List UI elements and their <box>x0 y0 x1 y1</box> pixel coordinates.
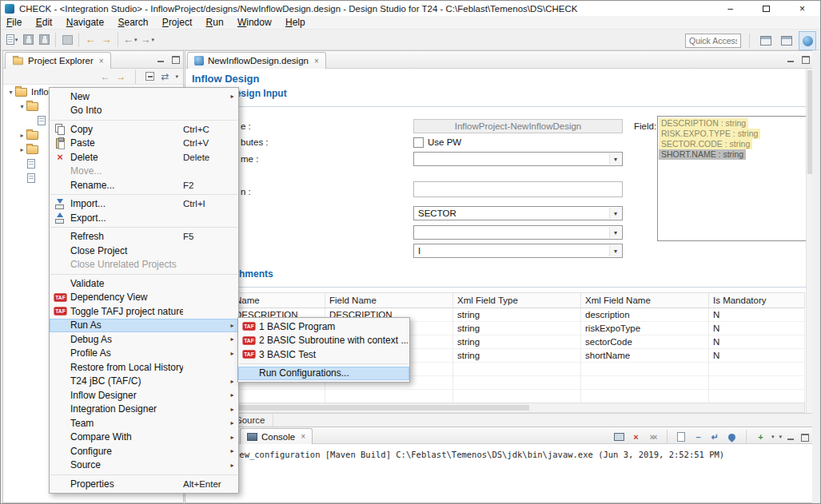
table-cell[interactable]: string <box>453 308 581 322</box>
context-menu-item-validate[interactable]: Validate <box>50 276 238 291</box>
forward-history-button[interactable]: →▾ <box>139 31 157 49</box>
design-name-field[interactable]: InflowProject-NewInflowDesign <box>413 119 623 133</box>
table-horizontal-scrollbar[interactable] <box>191 403 805 413</box>
table-header-is-mandatory[interactable]: Is Mandatory <box>709 293 805 308</box>
word-wrap-button[interactable]: ↵ <box>709 431 721 442</box>
maximize-view-button[interactable] <box>171 55 180 63</box>
remove-all-terminated-button[interactable]: ×× <box>647 431 659 442</box>
display-selected-console-button[interactable] <box>613 431 625 442</box>
menu-edit[interactable]: Edit <box>30 16 58 29</box>
scroll-lock-button[interactable]: – <box>692 431 704 442</box>
context-menu-item-integration-designer[interactable]: Integration Designer▸ <box>50 403 238 417</box>
open-perspective-button[interactable] <box>758 32 774 50</box>
table-cell[interactable]: N <box>709 335 805 349</box>
menu-search[interactable]: Search <box>112 16 153 29</box>
table-cell[interactable]: string <box>453 322 581 335</box>
context-menu-item-go-into[interactable]: Go Into <box>50 104 238 118</box>
field-list[interactable]: DESCRIPTION : string RISK.EXPO.TYPE : st… <box>657 116 807 241</box>
open-console-menu-button[interactable]: ▾ <box>771 434 775 440</box>
combo-field-1[interactable]: ▾ <box>413 152 623 166</box>
context-menu-item-close-project[interactable]: Close Project <box>50 244 238 258</box>
table-header-name[interactable]: Name <box>231 293 325 308</box>
console-view-menu-button[interactable]: ▾ <box>779 434 782 440</box>
save-button[interactable] <box>20 31 36 49</box>
maximize-view-button[interactable] <box>800 433 809 441</box>
context-menu-item-new[interactable]: New▸ <box>50 89 238 104</box>
minimize-view-button[interactable] <box>787 433 795 441</box>
context-menu-item-compare-with[interactable]: Compare With▸ <box>50 431 238 445</box>
remove-launch-button[interactable]: × <box>630 431 642 442</box>
clear-console-button[interactable] <box>676 431 687 442</box>
maximize-button[interactable] <box>748 1 784 16</box>
print-button[interactable] <box>59 31 75 49</box>
tab-project-explorer[interactable]: Project Explorer × <box>5 52 111 69</box>
table-header-xml-field-type[interactable]: Xml Field Type <box>453 293 581 308</box>
table-cell[interactable]: shortName <box>581 349 709 363</box>
context-menu-item-delete[interactable]: ×DeleteDelete <box>50 150 238 165</box>
context-menu-item-paste[interactable]: PasteCtrl+V <box>50 137 238 151</box>
context-menu-item-source[interactable]: Source▸ <box>50 458 238 473</box>
view-menu-button[interactable]: ▾ <box>175 73 178 80</box>
table-cell[interactable]: riskExpoType <box>581 322 709 335</box>
menu-help[interactable]: Help <box>280 16 311 29</box>
tree-expanded-icon[interactable]: ▾ <box>18 103 26 110</box>
maximize-view-button[interactable] <box>801 55 810 63</box>
context-menu-item-dependency-view[interactable]: TAFDependency View <box>50 291 238 305</box>
table-cell[interactable]: string <box>453 335 581 349</box>
context-menu-item-restore-from-local-history[interactable]: Restore from Local History... <box>50 360 238 375</box>
link-with-editor-button[interactable]: ⇄ <box>161 71 169 82</box>
run-configurations-item[interactable]: Run Configurations... <box>238 367 409 381</box>
open-console-button[interactable]: + <box>755 431 767 442</box>
field-list-item[interactable]: DESCRIPTION : string <box>659 118 748 129</box>
use-pw-checkbox[interactable] <box>413 137 424 148</box>
tab-console[interactable]: Console × <box>240 428 313 444</box>
table-cell[interactable]: N <box>709 322 805 335</box>
tree-collapsed-icon[interactable]: ▸ <box>18 146 26 153</box>
minimize-view-button[interactable] <box>157 55 165 63</box>
context-menu-item-run-as[interactable]: Run As▸ <box>50 319 238 333</box>
minimize-view-button[interactable] <box>787 55 795 63</box>
combo-arrow-icon[interactable]: ▾ <box>609 153 621 165</box>
menu-file[interactable]: File <box>1 16 27 29</box>
field-list-item[interactable]: SECTOR.CODE : string <box>659 139 752 149</box>
table-header-field-name[interactable]: Field Name <box>325 293 453 308</box>
sector-combo[interactable]: SECTOR▾ <box>413 206 623 220</box>
close-icon[interactable]: × <box>301 432 305 441</box>
context-menu-item-properties[interactable]: PropertiesAlt+Enter <box>50 477 238 491</box>
tab-newinflowdesign[interactable]: NewInflowDesign.design × <box>187 52 326 69</box>
context-menu-item-copy[interactable]: CopyCtrl+C <box>50 122 238 137</box>
minimize-button[interactable]: – <box>712 1 748 16</box>
table-header-xml-field-name[interactable]: Xml Field Name <box>581 293 709 308</box>
context-menu-item-profile-as[interactable]: Profile As▸ <box>50 347 238 361</box>
context-menu-item-export[interactable]: Export... <box>50 211 238 225</box>
quick-access-input[interactable] <box>685 34 741 48</box>
context-menu-item-import[interactable]: Import...Ctrl+I <box>50 197 238 212</box>
save-all-button[interactable] <box>36 31 52 49</box>
table-cell[interactable]: N <box>709 349 805 363</box>
tree-collapsed-icon[interactable]: ▸ <box>18 132 26 139</box>
menu-project[interactable]: Project <box>157 16 197 29</box>
last-edit-forward-button[interactable]: → <box>98 31 114 49</box>
close-icon[interactable]: × <box>314 57 319 65</box>
forward-button[interactable]: → <box>116 71 126 82</box>
context-menu-item-inflow-designer[interactable]: Inflow Designer▸ <box>50 388 238 403</box>
context-menu-item-refresh[interactable]: RefreshF5 <box>50 230 238 244</box>
menu-run[interactable]: Run <box>201 16 229 29</box>
perspective-button[interactable] <box>779 32 795 50</box>
context-menu-item-toggle-tafj-project-nature[interactable]: TAFToggle TAFJ project nature <box>50 304 238 319</box>
back-button[interactable]: ← <box>100 71 110 82</box>
text-field-2[interactable] <box>413 181 623 197</box>
table-cell[interactable]: string <box>453 349 581 363</box>
menu-window[interactable]: Window <box>232 16 277 29</box>
close-icon[interactable]: × <box>99 57 104 65</box>
field-list-item-selected[interactable]: SHORT.NAME : string <box>659 149 746 160</box>
combo-arrow-icon[interactable]: ▾ <box>609 245 621 256</box>
combo-arrow-icon[interactable]: ▾ <box>609 227 621 238</box>
context-menu-item-rename[interactable]: Rename...F2 <box>50 178 238 192</box>
table-cell[interactable]: N <box>709 308 805 322</box>
context-menu-item-t24-jbc[interactable]: T24 jBC (TAF/C)▸ <box>50 375 238 389</box>
integration-perspective-button[interactable] <box>799 32 815 50</box>
new-wizard-button[interactable]: ▾ <box>4 31 20 49</box>
i-combo[interactable]: I▾ <box>413 244 623 258</box>
run-as-item-basic-test[interactable]: TAF3 BASIC Test <box>238 347 409 362</box>
